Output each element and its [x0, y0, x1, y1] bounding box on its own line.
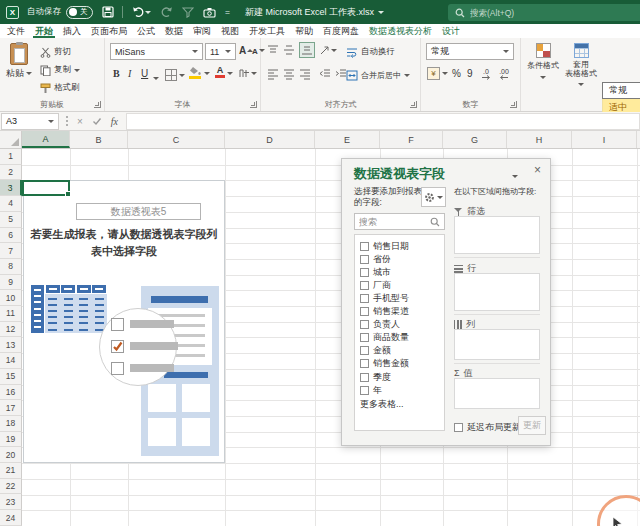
row-header-10[interactable]: 10: [0, 290, 22, 306]
field-checkbox[interactable]: [360, 294, 369, 303]
menu-tab-审阅[interactable]: 审阅: [193, 25, 211, 37]
field-item-城市[interactable]: 城市: [360, 266, 391, 278]
row-header-1[interactable]: 1: [0, 149, 22, 165]
field-checkbox[interactable]: [360, 373, 369, 382]
align-middle-button[interactable]: [283, 44, 295, 56]
menu-tab-百度网盘[interactable]: 百度网盘: [323, 25, 359, 37]
field-item-销售日期[interactable]: 销售日期: [360, 240, 409, 252]
row-header-20[interactable]: 20: [0, 447, 22, 463]
update-button[interactable]: 更新: [518, 416, 546, 435]
cell-style-0[interactable]: 常规: [602, 82, 640, 99]
row-header-16[interactable]: 16: [0, 385, 22, 401]
field-checkbox[interactable]: [360, 242, 369, 251]
redo-icon[interactable]: [160, 6, 173, 18]
accounting-format-button[interactable]: ¥: [427, 67, 448, 80]
decrease-indent-button[interactable]: [319, 68, 331, 80]
select-all-corner[interactable]: [0, 131, 22, 148]
save-icon[interactable]: [102, 6, 114, 18]
menu-tab-帮助[interactable]: 帮助: [295, 25, 313, 37]
autosave-toggle[interactable]: 关: [66, 6, 93, 19]
fields-search-input[interactable]: [359, 217, 428, 227]
borders-button[interactable]: [165, 69, 185, 81]
menu-tab-插入[interactable]: 插入: [63, 25, 81, 37]
area-dropzone-列[interactable]: [454, 329, 540, 360]
merge-center-button[interactable]: 合并后居中: [346, 70, 410, 81]
italic-button[interactable]: I: [128, 68, 131, 79]
menu-tab-开始[interactable]: 开始: [35, 25, 53, 37]
font-size-combo[interactable]: 11: [205, 43, 236, 60]
row-header-12[interactable]: 12: [0, 322, 22, 338]
menu-tab-文件[interactable]: 文件: [7, 25, 25, 37]
more-tables-link[interactable]: 更多表格...: [360, 398, 404, 411]
search-input[interactable]: [470, 8, 637, 18]
field-item-销售渠道[interactable]: 销售渠道: [360, 306, 409, 318]
pane-options-caret-icon[interactable]: [512, 175, 518, 181]
row-header-4[interactable]: 4: [0, 196, 22, 212]
field-item-厂商[interactable]: 厂商: [360, 279, 391, 291]
formula-input[interactable]: [126, 113, 640, 130]
align-right-button[interactable]: [299, 68, 311, 80]
number-dialog-launcher[interactable]: [510, 101, 517, 108]
row-header-2[interactable]: 2: [0, 165, 22, 181]
search-box[interactable]: [448, 4, 640, 21]
column-header-F[interactable]: F: [380, 131, 443, 148]
row-header-5[interactable]: 5: [0, 212, 22, 228]
name-box[interactable]: A3: [1, 113, 59, 130]
row-header-6[interactable]: 6: [0, 228, 22, 244]
row-header-13[interactable]: 13: [0, 337, 22, 353]
decrease-decimal-button[interactable]: .00: [499, 68, 509, 80]
menu-tab-公式[interactable]: 公式: [137, 25, 155, 37]
area-dropzone-值[interactable]: [454, 378, 540, 409]
fill-color-caret[interactable]: [204, 69, 210, 78]
field-checkbox[interactable]: [360, 346, 369, 355]
row-header-21[interactable]: 21: [0, 463, 22, 479]
column-header-E[interactable]: E: [315, 131, 380, 148]
font-name-combo[interactable]: MiSans: [110, 43, 203, 60]
increase-decimal-button[interactable]: .0: [481, 68, 491, 80]
column-header-C[interactable]: C: [128, 131, 225, 148]
pane-close-icon[interactable]: ×: [534, 163, 541, 177]
field-item-年[interactable]: 年: [360, 384, 382, 396]
row-header-3[interactable]: 3: [0, 180, 22, 196]
menu-tab-视图[interactable]: 视图: [221, 25, 239, 37]
field-checkbox[interactable]: [360, 359, 369, 368]
pivot-table-placeholder[interactable]: 数据透视表5 若要生成报表，请从数据透视表字段列 表中选择字段: [23, 180, 225, 463]
field-item-销售金额[interactable]: 销售金额: [360, 358, 409, 370]
row-header-23[interactable]: 23: [0, 494, 22, 510]
field-checkbox[interactable]: [360, 386, 369, 395]
document-title[interactable]: 新建 Microsoft Excel 工作表.xlsx: [245, 6, 384, 19]
column-header-B[interactable]: B: [70, 131, 128, 148]
align-left-button[interactable]: [267, 68, 279, 80]
copy-button[interactable]: 复制: [40, 64, 80, 76]
menu-tab-开发工具[interactable]: 开发工具: [249, 25, 285, 37]
underline-caret[interactable]: [153, 77, 159, 83]
row-header-8[interactable]: 8: [0, 259, 22, 275]
row-header-24[interactable]: 24: [0, 510, 22, 526]
column-header-A[interactable]: A: [22, 131, 70, 148]
ribbon-display-icon[interactable]: =: [225, 7, 230, 17]
field-item-手机型号[interactable]: 手机型号: [360, 292, 409, 304]
number-format-combo[interactable]: 常规: [426, 43, 514, 60]
field-checkbox[interactable]: [360, 268, 369, 277]
row-header-17[interactable]: 17: [0, 400, 22, 416]
paste-button[interactable]: 粘贴: [6, 43, 32, 80]
enter-icon[interactable]: [92, 117, 102, 126]
field-checkbox[interactable]: [360, 320, 369, 329]
row-header-15[interactable]: 15: [0, 369, 22, 385]
column-header-H[interactable]: H: [507, 131, 572, 148]
row-header-7[interactable]: 7: [0, 243, 22, 259]
defer-layout-checkbox[interactable]: [454, 423, 463, 432]
excel-logo-icon[interactable]: X: [6, 6, 19, 19]
field-checkbox[interactable]: [360, 307, 369, 316]
menu-tab-设计[interactable]: 设计: [442, 25, 460, 37]
row-header-14[interactable]: 14: [0, 353, 22, 369]
font-color-button[interactable]: A: [215, 66, 225, 78]
cut-button[interactable]: 剪切: [40, 46, 71, 58]
fill-color-button[interactable]: [189, 66, 201, 79]
phonetic-guide-button[interactable]: [238, 67, 257, 79]
column-header-D[interactable]: D: [225, 131, 315, 148]
conditional-formatting-button[interactable]: 条件格式: [527, 43, 559, 82]
font-color-caret[interactable]: [227, 69, 233, 78]
percent-style-button[interactable]: %: [452, 68, 461, 79]
alignment-dialog-launcher[interactable]: [410, 101, 417, 108]
